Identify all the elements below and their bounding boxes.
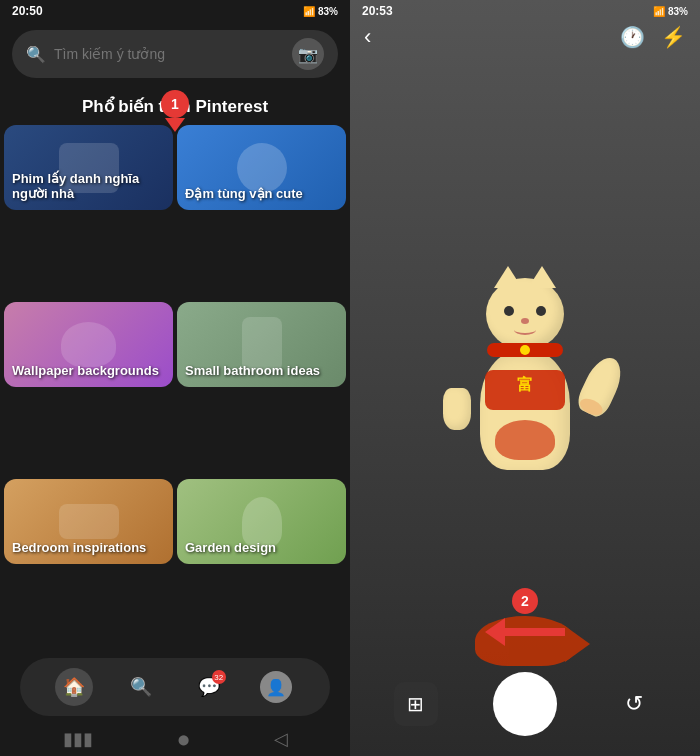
time-right: 20:53 <box>362 4 393 18</box>
cat-head <box>486 278 564 350</box>
grid-label-cute: Đậm tùng vận cute <box>185 186 338 202</box>
status-bar-left: 20:50 📶 83% <box>0 0 350 22</box>
battery-right: 83% <box>668 6 688 17</box>
nav-profile[interactable]: 👤 <box>257 668 295 706</box>
status-icons-left: 📶 83% <box>303 6 338 17</box>
search-bar[interactable]: 🔍 1 📷 <box>12 30 338 78</box>
signal-icon: 📶 <box>303 6 315 17</box>
grid-label-bedroom: Bedroom inspirations <box>12 540 165 556</box>
step1-indicator: 1 <box>161 90 189 118</box>
grid-label-bathroom: Small bathroom ideas <box>185 363 338 379</box>
gesture-recents[interactable]: ◁ <box>274 728 288 750</box>
chat-badge: 32 <box>212 670 226 684</box>
garden-decoration <box>242 497 282 547</box>
shutter-button[interactable] <box>493 672 557 736</box>
grid-label-wallpaper: Wallpaper backgrounds <box>12 363 165 379</box>
battery-left: 83% <box>318 6 338 17</box>
nav-home[interactable]: 🏠 <box>55 668 93 706</box>
gallery-button[interactable]: ⊞ <box>394 682 438 726</box>
camera-search-button[interactable]: 📷 <box>292 38 324 70</box>
trending-grid: Phim lấy danh nghĩangười nhà Đậm tùng vậ… <box>0 125 350 652</box>
grid-item-garden[interactable]: Garden design <box>177 479 346 564</box>
status-bar-right: 20:53 📶 83% <box>350 0 700 22</box>
search-icon: 🔍 <box>26 45 46 64</box>
status-icons-right: 📶 83% <box>653 6 688 17</box>
flip-camera-button[interactable]: ↺ <box>612 682 656 726</box>
camera-flash-icon[interactable]: ⚡ <box>661 25 686 49</box>
lucky-cat-figure: 富 <box>455 278 595 478</box>
search-input[interactable] <box>54 46 284 62</box>
arrow-head <box>485 618 505 646</box>
grid-item-bathroom[interactable]: Small bathroom ideas <box>177 302 346 387</box>
camera-top-controls: ‹ 🕐 ⚡ <box>350 24 700 50</box>
grid-item-bedroom[interactable]: Bedroom inspirations <box>4 479 173 564</box>
camera-view: 富 20:53 📶 83% <box>350 0 700 756</box>
arrow-body <box>505 628 565 636</box>
camera-back-button[interactable]: ‹ <box>364 24 371 50</box>
grid-item-wallpaper[interactable]: Wallpaper backgrounds <box>4 302 173 387</box>
nav-search[interactable]: 🔍 <box>122 668 160 706</box>
signal-icon-right: 📶 <box>653 6 665 17</box>
nav-chat[interactable]: 💬 32 <box>190 668 228 706</box>
grid-item-cute[interactable]: Đậm tùng vận cute <box>177 125 346 210</box>
gesture-back[interactable]: ▮▮▮ <box>63 728 93 750</box>
camera-bottom-controls: ⊞ ↺ <box>350 672 700 736</box>
step2-indicator: 2 <box>512 588 538 614</box>
bottom-nav: 🏠 🔍 💬 32 👤 <box>20 658 330 716</box>
left-panel: 20:50 📶 83% 🔍 1 📷 Phổ biến trên Pinteres… <box>0 0 350 756</box>
camera-right-icons: 🕐 ⚡ <box>620 25 686 49</box>
gesture-bar: ▮▮▮ ⬤ ◁ <box>0 722 350 756</box>
grid-item-film[interactable]: Phim lấy danh nghĩangười nhà <box>4 125 173 210</box>
right-panel: 富 20:53 📶 83% <box>350 0 700 756</box>
bedroom-decoration <box>59 504 119 539</box>
step2-container: 2 <box>485 588 565 646</box>
grid-label-film: Phim lấy danh nghĩangười nhà <box>12 171 165 202</box>
step1-arrow <box>165 118 185 132</box>
gesture-home[interactable]: ⬤ <box>178 734 189 745</box>
time-left: 20:50 <box>12 4 43 18</box>
cute-decoration <box>237 143 287 193</box>
grid-label-garden: Garden design <box>185 540 338 556</box>
step2-arrow <box>485 618 565 646</box>
camera-history-icon[interactable]: 🕐 <box>620 25 645 49</box>
wallpaper-decoration <box>61 322 116 367</box>
